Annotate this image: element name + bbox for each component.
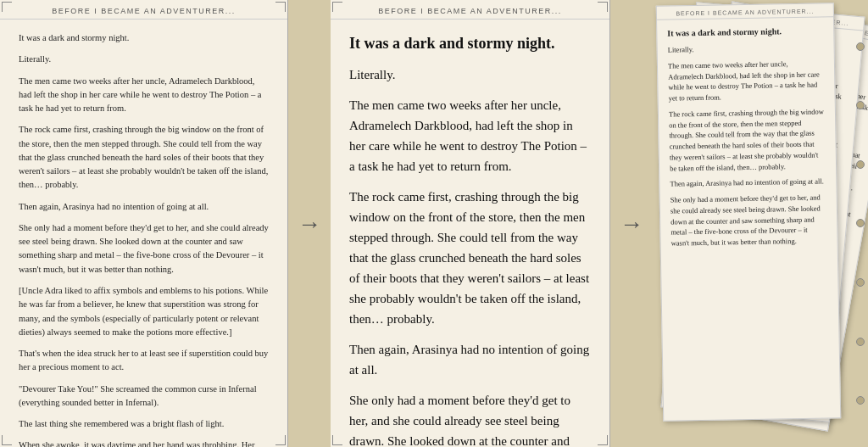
binding-hole-4 <box>856 219 865 227</box>
corner-bl <box>2 435 12 445</box>
left-p8: That's when the idea struck her to at le… <box>19 347 269 375</box>
right-panel: BEFORE I BECAME AN ADVENTURER... It was … <box>653 0 868 447</box>
card-front-p5: Then again, Arasinya had no intention of… <box>670 176 826 190</box>
middle-corner-bl <box>332 435 342 445</box>
card-front-p2: Literally. <box>668 42 824 55</box>
arrow-1-container: → <box>288 0 331 447</box>
middle-panel-content: It was a dark and stormy night. Literall… <box>331 20 609 447</box>
left-p4: The rock came first, crashing through th… <box>19 123 269 192</box>
binding-hole-1 <box>856 42 865 51</box>
binding-hole-2 <box>856 101 865 109</box>
page-card-front: BEFORE I BECAME AN ADVENTURER... It was … <box>656 3 842 422</box>
middle-corner-br <box>598 435 608 445</box>
card-front-p1: It was a dark and stormy night. <box>667 24 823 39</box>
card-front-p4: The rock came first, crashing through th… <box>669 106 826 174</box>
left-p11: When she awoke, it was daytime and her h… <box>19 439 269 447</box>
left-p2: Literally. <box>19 53 269 66</box>
corner-tr <box>275 2 286 12</box>
left-p9: "Devourer Take You!" She screamed the co… <box>19 383 269 411</box>
card-front-content: It was a dark and stormy night. Literall… <box>657 17 837 260</box>
left-panel-content: It was a dark and stormy night. Literall… <box>0 20 287 447</box>
left-panel: BEFORE I BECAME AN ADVENTURER... It was … <box>0 0 288 447</box>
arrow-2-icon: → <box>620 210 643 237</box>
middle-p2: Literally. <box>349 64 591 85</box>
left-p7: [Uncle Adra liked to affix symbols and e… <box>19 284 269 339</box>
left-p10: The last thing she remembered was a brig… <box>19 417 269 431</box>
middle-corner-tr <box>598 2 608 12</box>
corner-br <box>275 435 286 445</box>
left-p5: Then again, Arasinya had no intention of… <box>19 200 269 214</box>
middle-p5: Then again, Arasinya had no intention of… <box>349 339 591 380</box>
left-p6: She only had a moment before they'd get … <box>19 221 269 277</box>
left-p3: The men came two weeks after her uncle, … <box>19 75 269 116</box>
arrow-2-container: → <box>610 0 653 447</box>
middle-p4: The rock came first, crashing through th… <box>349 187 591 329</box>
left-p1: It was a dark and stormy night. <box>19 31 269 45</box>
binding-holes <box>856 0 865 447</box>
middle-corner-tl <box>332 2 342 12</box>
corner-tl <box>2 2 12 12</box>
left-panel-header: BEFORE I BECAME AN ADVENTURER... <box>0 0 287 20</box>
middle-panel: BEFORE I BECAME AN ADVENTURER... It was … <box>331 0 610 447</box>
binding-hole-5 <box>856 278 865 287</box>
middle-p3: The men came two weeks after her uncle, … <box>349 95 591 176</box>
card-front-p6: She only had a moment before they'd get … <box>670 192 827 249</box>
middle-p1: It was a dark and stormy night. <box>349 31 591 56</box>
binding-hole-7 <box>856 396 865 405</box>
arrow-1-icon: → <box>298 210 321 237</box>
card-front-p3: The men came two weeks after her uncle, … <box>668 58 825 103</box>
binding-hole-3 <box>856 160 865 169</box>
middle-panel-header: BEFORE I BECAME AN ADVENTURER... <box>331 0 609 20</box>
middle-p6: She only had a moment before they'd get … <box>349 390 591 447</box>
binding-hole-6 <box>856 338 865 346</box>
